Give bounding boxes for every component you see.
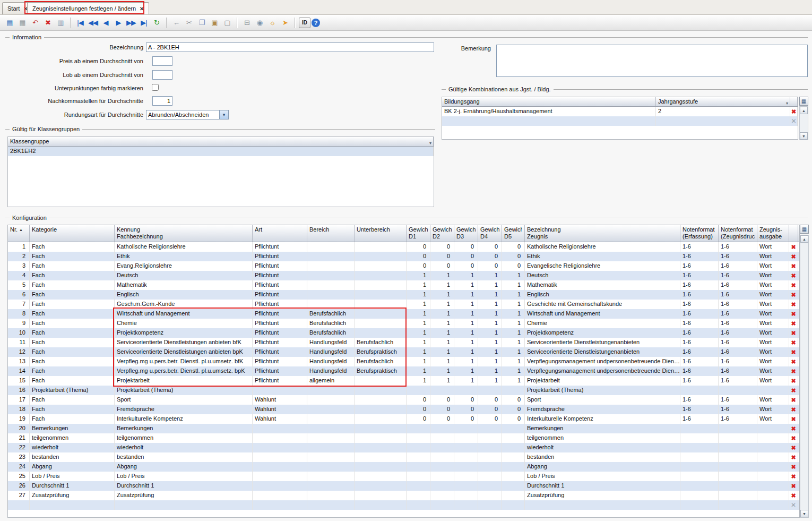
fast-back-icon[interactable]: ◀◀	[87, 17, 99, 29]
table-row[interactable]: BK 2-j. Ernährung/Haushaltsmanagement2✖	[442, 107, 798, 116]
edit-table-icon[interactable]: ▥	[55, 17, 66, 29]
chevron-down-icon[interactable]: ▾	[429, 139, 431, 146]
delete-row-button[interactable]: ✖	[789, 481, 798, 491]
delete-row-button[interactable]: ✖	[789, 386, 798, 395]
column-header[interactable]: Zeugnis-ausgabe	[757, 225, 789, 242]
table-row[interactable]: 18FachFremdspracheWahlunt00000Fremdsprac…	[8, 405, 799, 414]
chevron-down-icon[interactable]: ▾	[219, 110, 228, 119]
column-header[interactable]: Nr.▲	[8, 225, 30, 242]
table-row[interactable]: 24AbgangAbgangAbgang✖	[8, 462, 799, 472]
column-header[interactable]: Unterbereich	[355, 225, 407, 242]
lob-input[interactable]	[152, 70, 172, 80]
scroll-down-icon[interactable]: ▼	[800, 132, 808, 140]
paste-icon[interactable]: ▣	[209, 17, 220, 29]
delete-row-button[interactable]: ✖	[789, 414, 798, 424]
table-row[interactable]: ✕	[8, 500, 799, 510]
table-row[interactable]: 12FachServiceorientierte Dienstleistunge…	[8, 347, 799, 357]
unterpunktungen-checkbox[interactable]	[152, 84, 159, 91]
table-row[interactable]: 6FachEnglischPflichtunt11111Englisch1-61…	[8, 290, 799, 300]
bemerkung-textarea[interactable]	[496, 45, 808, 77]
scroll-down-icon[interactable]: ▼	[800, 510, 808, 517]
table-row[interactable]: 5FachMathematikPflichtunt11111Mathematik…	[8, 280, 799, 290]
delete-row-button[interactable]: ✖	[789, 405, 798, 414]
table-row[interactable]: 14FachVerpfleg.mg u.pers.betr. Dienstl. …	[8, 366, 799, 376]
table-row[interactable]: 13FachVerpfleg.mg u.pers.betr. Dienstl. …	[8, 357, 799, 366]
column-chooser-button[interactable]: ▦	[799, 97, 808, 106]
column-header[interactable]: BezeichnungZeugnis	[525, 225, 680, 242]
table-row[interactable]: 26Durchschnitt 1Durchschnitt 1Durchschni…	[8, 481, 799, 491]
table-row[interactable]: 21teilgenommenteilgenommenteilgenommen✖	[8, 433, 799, 443]
table-row[interactable]: 15FachProjektarbeitPflichtuntallgemein11…	[8, 376, 799, 386]
delete-row-button[interactable]: ✖	[789, 472, 798, 481]
id-button[interactable]: ID	[299, 18, 310, 28]
previous-record-icon[interactable]: ◀	[100, 17, 111, 29]
preview-icon[interactable]: ◉	[254, 17, 265, 29]
konfiguration-scrollbar[interactable]: ▲ ▼	[800, 235, 809, 518]
table-row[interactable]: 1FachKatholische ReligionslehrePflichtun…	[8, 242, 799, 252]
table-row[interactable]: 7FachGesch.m.Gem.-KundePflichtunt11111Ge…	[8, 300, 799, 309]
column-header[interactable]: GewichtD1	[407, 225, 430, 242]
table-row[interactable]: 2BK1EH2	[8, 147, 434, 156]
column-header[interactable]: Notenformat(Zeugnisdruck)	[719, 225, 757, 242]
close-icon[interactable]: ✕	[140, 6, 144, 12]
table-row[interactable]: 8FachWirtschaft und ManagementPflichtunt…	[8, 309, 799, 319]
delete-row-button[interactable]: ✖	[789, 395, 798, 405]
table-row[interactable]: 9FachChemiePflichtuntBerufsfachlich11111…	[8, 319, 799, 328]
delete-icon[interactable]: ✖	[42, 17, 54, 29]
delete-row-button[interactable]: ✖	[790, 107, 798, 116]
delete-row-button[interactable]: ✖	[789, 366, 798, 376]
column-header[interactable]: Bildungsgang	[442, 97, 656, 106]
delete-row-button[interactable]: ✖	[789, 357, 798, 366]
delete-row-button[interactable]: ✖	[789, 433, 798, 443]
delete-row-button[interactable]: ✖	[789, 338, 798, 347]
delete-row-button[interactable]: ✖	[789, 443, 798, 452]
delete-row-button[interactable]: ✖	[789, 424, 798, 433]
column-header[interactable]: Klassengruppe▾	[8, 137, 434, 146]
delete-row-button[interactable]: ✖	[789, 242, 798, 252]
table-row[interactable]: 3FachEvang.ReligionslehrePflichtunt00000…	[8, 261, 799, 271]
table-row[interactable]: 10FachProjektkompetenzPflichtuntBerufsfa…	[8, 328, 799, 338]
column-header[interactable]: Kategorie	[30, 225, 115, 242]
select-marquee-icon[interactable]: ▢	[221, 17, 233, 29]
cut-icon[interactable]: ✂	[183, 17, 195, 29]
delete-row-button[interactable]: ✖	[789, 319, 798, 328]
column-chooser-button[interactable]: ▦	[800, 225, 809, 234]
print-icon[interactable]: ⊟	[241, 17, 253, 29]
column-header[interactable]: KennungFachbezeichnung	[115, 225, 253, 242]
column-header[interactable]: GewichtD3	[454, 225, 478, 242]
table-row[interactable]: 25Lob / PreisLob / PreisLob / Preis✖	[8, 472, 799, 481]
delete-row-button[interactable]: ✖	[789, 452, 798, 462]
new-icon[interactable]: ▤	[4, 17, 15, 29]
delete-row-button[interactable]: ✖	[789, 280, 798, 290]
nachkommastellen-input[interactable]	[152, 96, 172, 106]
column-header[interactable]: Jahrgangsstufe▾	[656, 97, 790, 106]
delete-row-button[interactable]: ✕	[789, 500, 798, 510]
table-row[interactable]: 4FachDeutschPflichtunt11111Deutsch1-61-6…	[8, 271, 799, 280]
next-record-icon[interactable]: ▶	[113, 17, 124, 29]
delete-row-button[interactable]: ✖	[789, 376, 798, 386]
column-header[interactable]: GewichtD2	[430, 225, 454, 242]
delete-row-button[interactable]: ✖	[789, 271, 798, 280]
rundungsart-select[interactable]: Abrunden/Abschneiden ▾	[146, 110, 229, 119]
table-row[interactable]: 11FachServiceorientierte Dienstleistunge…	[8, 338, 799, 347]
fast-forward-icon[interactable]: ▶▶	[125, 17, 137, 29]
delete-row-button[interactable]: ✖	[789, 462, 798, 472]
delete-row-button[interactable]: ✖	[789, 309, 798, 319]
tab-zeugniseinstellungen[interactable]: Zeugniseinstellungen festlegen / ändern …	[27, 2, 149, 14]
chevron-down-icon[interactable]: ▾	[786, 99, 788, 106]
column-header[interactable]: GewichtD4	[478, 225, 502, 242]
preis-input[interactable]	[152, 56, 172, 66]
bezeichnung-input[interactable]	[146, 42, 434, 52]
delete-row-button[interactable]: ✖	[789, 491, 798, 500]
scroll-up-icon[interactable]: ▲	[800, 235, 808, 243]
first-record-icon[interactable]: |◀	[74, 17, 86, 29]
copy-icon[interactable]: ❐	[196, 17, 208, 29]
horn-icon[interactable]: ➤	[279, 17, 291, 29]
table-row[interactable]: 17FachSportWahlunt00000Sport1-61-6Wort✖	[8, 395, 799, 405]
lightbulb-icon[interactable]: ☼	[266, 17, 278, 29]
delete-row-button[interactable]: ✖	[789, 347, 798, 357]
column-header[interactable]: GewichtD5	[502, 225, 525, 242]
delete-row-button[interactable]: ✖	[789, 252, 798, 261]
delete-row-button[interactable]: ✖	[789, 290, 798, 300]
refresh-icon[interactable]: ↻	[151, 17, 162, 29]
